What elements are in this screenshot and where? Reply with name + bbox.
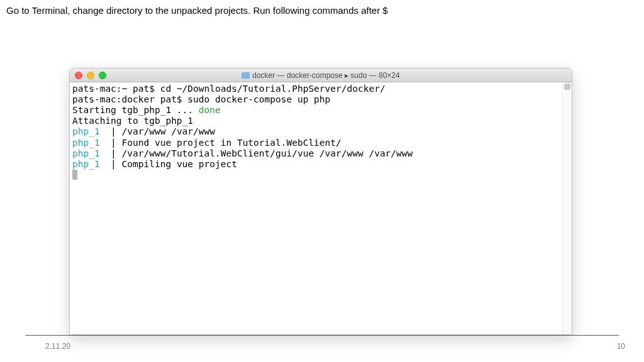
terminal-line: Attaching to tgb_php_1 (72, 116, 569, 126)
terminal-line: php_1 | /var/www/Tutorial.WebClient/gui/… (72, 148, 569, 159)
footer-divider (25, 335, 619, 336)
window-title-text: docker — docker-compose ▸ sudo — 80×24 (252, 71, 399, 80)
scrollbar-thumb[interactable] (564, 84, 570, 90)
scrollbar[interactable] (562, 82, 572, 334)
window-titlebar: docker — docker-compose ▸ sudo — 80×24 (70, 69, 572, 82)
terminal-line: pats-mac:~ pat$ cd ~/Downloads/Tutorial.… (72, 84, 569, 94)
terminal-line: Starting tgb_php_1 ... done (72, 105, 569, 116)
close-icon[interactable] (75, 72, 82, 79)
terminal-line: php_1 | Found vue project in Tutorial.We… (72, 138, 569, 148)
footer-date: 2.11.20 (45, 342, 70, 351)
traffic-lights (75, 72, 106, 79)
terminal-cursor-line (72, 170, 569, 180)
terminal-line: php_1 | /var/www /var/www (72, 126, 569, 137)
terminal-window: docker — docker-compose ▸ sudo — 80×24 p… (69, 68, 572, 335)
window-title: docker — docker-compose ▸ sudo — 80×24 (70, 71, 572, 80)
terminal-body[interactable]: pats-mac:~ pat$ cd ~/Downloads/Tutorial.… (70, 82, 572, 334)
minimize-icon[interactable] (87, 72, 94, 79)
folder-icon (242, 72, 250, 79)
slide-instruction: Go to Terminal, change directory to the … (6, 5, 388, 16)
footer-page-number: 10 (617, 342, 625, 351)
terminal-line: pats-mac:docker pat$ sudo docker-compose… (72, 94, 569, 105)
cursor-icon (72, 170, 77, 180)
maximize-icon[interactable] (99, 72, 106, 79)
terminal-line: php_1 | Compiling vue project (72, 159, 569, 170)
